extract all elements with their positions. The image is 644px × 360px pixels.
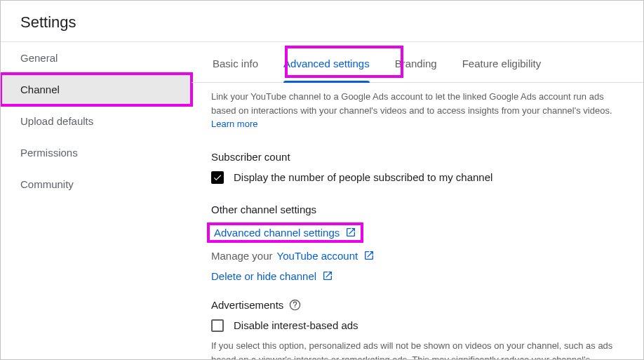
manage-account-text: Manage your bbox=[211, 250, 273, 262]
learn-more-link[interactable]: Learn more bbox=[211, 119, 257, 129]
disable-interest-ads-checkbox[interactable] bbox=[211, 319, 224, 332]
advertisements-heading: Advertisements bbox=[211, 299, 283, 311]
disable-interest-ads-label: Disable interest-based ads bbox=[234, 319, 358, 331]
advanced-channel-settings-link[interactable]: Advanced channel settings bbox=[214, 227, 356, 239]
check-icon bbox=[213, 173, 222, 182]
sidebar-item-channel[interactable]: Channel bbox=[1, 74, 192, 105]
subscriber-count-heading: Subscriber count bbox=[211, 151, 624, 163]
highlight-advanced-channel-settings: Advanced channel settings bbox=[207, 222, 363, 243]
sidebar-item-general[interactable]: General bbox=[1, 42, 192, 74]
sidebar-item-upload-defaults[interactable]: Upload defaults bbox=[1, 105, 192, 137]
subscriber-count-label: Display the number of people subscribed … bbox=[234, 171, 492, 183]
tab-bar: Basic info Advanced settings Branding Fe… bbox=[192, 42, 643, 83]
delete-hide-channel-link[interactable]: Delete or hide channel bbox=[211, 270, 333, 282]
sidebar: General Channel Upload defaults Permissi… bbox=[1, 42, 192, 359]
tab-advanced-settings[interactable]: Advanced settings bbox=[271, 42, 382, 82]
tab-feature-eligibility[interactable]: Feature eligibility bbox=[450, 42, 554, 82]
youtube-account-text: YouTube account bbox=[277, 250, 358, 262]
advanced-channel-settings-text: Advanced channel settings bbox=[214, 227, 340, 239]
tab-branding[interactable]: Branding bbox=[382, 42, 450, 82]
subscriber-count-checkbox[interactable] bbox=[211, 171, 224, 184]
advertisements-description: If you select this option, personalized … bbox=[211, 339, 624, 360]
delete-hide-channel-text: Delete or hide channel bbox=[211, 270, 316, 282]
sidebar-item-permissions[interactable]: Permissions bbox=[1, 137, 192, 168]
external-link-icon bbox=[363, 250, 375, 261]
help-icon[interactable] bbox=[289, 299, 301, 311]
page-title: Settings bbox=[1, 1, 643, 41]
google-ads-link-description: Link your YouTube channel to a Google Ad… bbox=[211, 90, 624, 131]
ads-link-text: Link your YouTube channel to a Google Ad… bbox=[211, 91, 612, 116]
external-link-icon bbox=[322, 270, 333, 281]
external-link-icon bbox=[345, 227, 356, 238]
tab-basic-info[interactable]: Basic info bbox=[200, 42, 271, 82]
sidebar-item-community[interactable]: Community bbox=[1, 168, 192, 200]
other-channel-settings-heading: Other channel settings bbox=[211, 204, 624, 215]
youtube-account-link[interactable]: YouTube account bbox=[277, 250, 375, 262]
